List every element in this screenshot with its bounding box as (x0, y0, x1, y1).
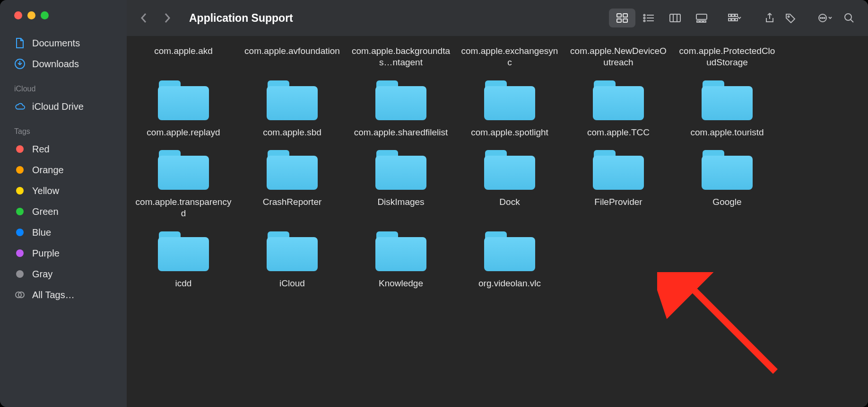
sidebar-tag-purple[interactable]: Purple (0, 243, 127, 264)
folder-item[interactable]: org.videolan.vlc (458, 228, 562, 289)
view-icons-button[interactable] (609, 9, 635, 27)
folder-label: DiskImages (377, 196, 424, 208)
sidebar-item-label: Orange (32, 165, 64, 176)
svg-rect-25 (735, 18, 738, 21)
folder-item[interactable]: iCloud (240, 228, 344, 289)
all-tags-icon (14, 289, 26, 301)
sidebar-item-icloud-drive[interactable]: iCloud Drive (0, 96, 127, 117)
folder-icon (153, 77, 214, 124)
folder-item[interactable]: com.apple.akd (131, 41, 235, 68)
svg-rect-16 (696, 14, 707, 19)
svg-rect-5 (617, 19, 621, 22)
svg-rect-13 (670, 14, 680, 22)
sidebar: Documents Downloads iCloud iCloud Drive … (0, 0, 127, 407)
svg-point-31 (845, 14, 851, 20)
svg-rect-17 (697, 21, 699, 22)
folder-label: Google (712, 196, 741, 208)
folder-label: com.apple.replayd (147, 127, 220, 138)
tag-dot-icon (16, 249, 24, 257)
folder-item[interactable]: com.apple.avfoundation (240, 41, 344, 68)
search-button[interactable] (839, 9, 859, 27)
folder-label: com.apple.sbd (263, 127, 321, 138)
folder-label: com.apple.TCC (587, 127, 650, 138)
svg-point-29 (822, 18, 823, 18)
group-by-button[interactable] (721, 9, 748, 27)
folder-item[interactable]: icdd (131, 228, 235, 289)
sidebar-tag-red[interactable]: Red (0, 139, 127, 159)
folder-icon (262, 146, 322, 194)
folder-item[interactable]: CrashReporter (240, 146, 344, 219)
folder-item[interactable]: Dock (458, 146, 562, 219)
tag-dot-icon (16, 270, 24, 278)
sidebar-item-documents[interactable]: Documents (0, 33, 127, 53)
folder-icon (153, 228, 214, 275)
folder-label: com.apple.touristd (690, 127, 764, 138)
actions-button[interactable] (812, 9, 839, 27)
folder-label: Dock (499, 196, 520, 208)
sidebar-item-label: Red (32, 144, 50, 155)
folder-item[interactable]: FileProvider (566, 146, 670, 219)
downloads-icon (14, 58, 26, 70)
sidebar-tag-all[interactable]: All Tags… (0, 284, 127, 305)
sidebar-item-label: Purple (32, 248, 60, 259)
folder-item[interactable]: Knowledge (349, 228, 453, 289)
folder-label: icdd (175, 278, 192, 289)
folder-item[interactable]: com.apple.spotlight (458, 77, 562, 138)
folder-item[interactable]: com.apple.transparencyd (131, 146, 235, 219)
svg-line-32 (851, 19, 853, 22)
tag-button[interactable] (780, 9, 801, 27)
svg-rect-4 (623, 14, 627, 17)
folder-label: com.apple.spotlight (471, 127, 548, 138)
svg-rect-22 (735, 14, 738, 17)
folder-item[interactable]: com.apple.sbd (240, 77, 344, 138)
svg-rect-23 (729, 18, 731, 21)
sidebar-tag-gray[interactable]: Gray (0, 264, 127, 284)
share-button[interactable] (759, 9, 780, 27)
folder-item[interactable]: com.apple.TCC (566, 77, 670, 138)
folder-item[interactable]: Google (675, 146, 779, 219)
folder-item[interactable]: com.apple.sharedfilelist (349, 77, 453, 138)
folder-label: com.apple.akd (154, 45, 213, 57)
back-button[interactable] (137, 11, 150, 25)
sidebar-item-label: Gray (32, 269, 52, 280)
svg-rect-18 (700, 21, 703, 22)
sidebar-item-label: Documents (32, 38, 80, 49)
folder-label: org.videolan.vlc (478, 278, 541, 289)
content-area[interactable]: com.apple.akdcom.apple.avfoundationcom.a… (127, 36, 868, 407)
sidebar-item-label: Yellow (32, 186, 59, 196)
sidebar-tag-orange[interactable]: Orange (0, 159, 127, 180)
folder-item[interactable]: com.apple.exchangesync (458, 41, 562, 68)
maximize-button[interactable] (41, 11, 49, 19)
tag-dot-icon (16, 166, 24, 174)
folder-item[interactable]: com.apple.replayd (131, 77, 235, 138)
view-mode-group (609, 9, 715, 27)
folder-item[interactable]: com.apple.backgroundtas…ntagent (349, 41, 453, 68)
svg-point-26 (788, 16, 790, 18)
folder-item[interactable]: DiskImages (349, 146, 453, 219)
forward-button[interactable] (161, 11, 174, 25)
sidebar-item-label: Green (32, 206, 59, 217)
view-list-button[interactable] (635, 9, 662, 27)
document-icon (14, 37, 26, 49)
sidebar-item-downloads[interactable]: Downloads (0, 53, 127, 74)
close-button[interactable] (14, 11, 22, 19)
folder-item[interactable]: com.apple.NewDeviceOutreach (566, 41, 670, 68)
minimize-button[interactable] (27, 11, 35, 19)
view-gallery-button[interactable] (688, 9, 715, 27)
window-title: Application Support (189, 12, 293, 25)
svg-point-30 (824, 18, 825, 18)
sidebar-tag-blue[interactable]: Blue (0, 222, 127, 243)
sidebar-tag-green[interactable]: Green (0, 201, 127, 222)
folder-label: com.apple.transparencyd (134, 196, 233, 219)
folder-icon (697, 77, 757, 124)
folder-label: iCloud (279, 278, 305, 289)
folder-item[interactable]: com.apple.ProtectedCloudStorage (675, 41, 779, 68)
folder-item[interactable]: com.apple.touristd (675, 77, 779, 138)
view-columns-button[interactable] (662, 9, 688, 27)
sidebar-tag-yellow[interactable]: Yellow (0, 180, 127, 201)
sidebar-item-label: iCloud Drive (32, 101, 84, 112)
folder-icon (371, 146, 431, 194)
folder-icon (262, 228, 322, 275)
sidebar-section-tags: Tags (0, 117, 127, 139)
svg-point-11 (643, 20, 645, 21)
